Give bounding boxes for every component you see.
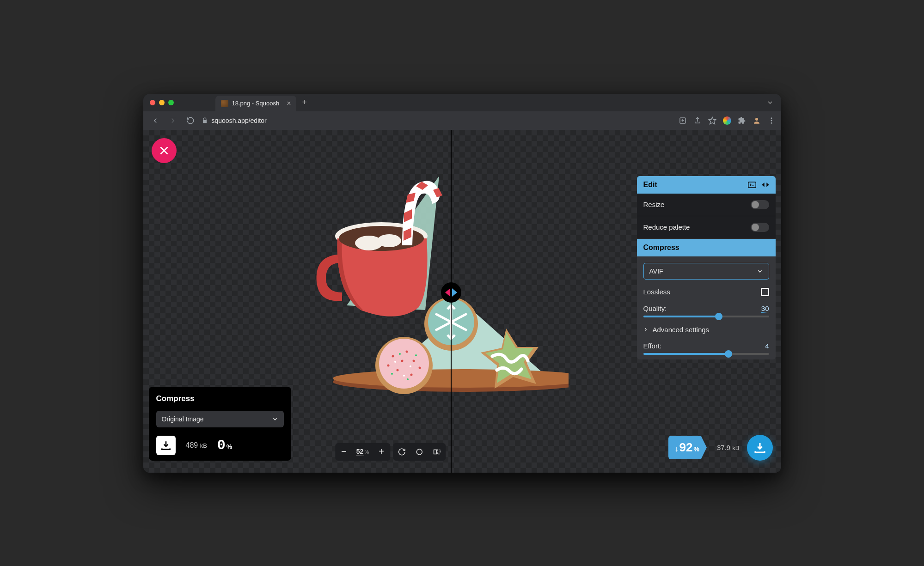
svg-marker-42 — [766, 183, 769, 187]
svg-point-32 — [401, 359, 403, 362]
cli-icon[interactable] — [748, 182, 756, 188]
svg-point-24 — [379, 339, 429, 389]
tabs-overflow-icon[interactable] — [766, 99, 774, 106]
left-panel-heading: Compress — [156, 394, 284, 403]
reduce-palette-label: Reduce palette — [643, 223, 690, 231]
zoom-value[interactable]: 52% — [353, 448, 373, 456]
effort-value[interactable]: 4 — [765, 342, 769, 350]
advanced-label: Advanced settings — [653, 326, 710, 334]
share-icon[interactable] — [693, 116, 702, 125]
url-field[interactable]: squoosh.app/editor — [202, 117, 674, 124]
quality-slider[interactable] — [643, 316, 769, 317]
compare-arrow-right-icon — [452, 288, 457, 297]
download-icon — [160, 439, 172, 451]
quality-row: Quality: 30 — [643, 304, 769, 317]
svg-point-38 — [410, 365, 411, 367]
reduce-palette-row: Reduce palette — [637, 216, 776, 239]
back-button[interactable] — [149, 114, 162, 127]
forward-button[interactable] — [166, 114, 179, 127]
quality-label: Quality: — [643, 304, 667, 313]
new-tab-button[interactable]: + — [302, 97, 307, 107]
menu-icon[interactable] — [767, 116, 776, 125]
right-options-panel: Edit Resize Reduce palette Compress — [637, 176, 776, 359]
edit-heading: Edit — [643, 181, 657, 189]
effort-row: Effort: 4 — [643, 342, 769, 355]
lossless-label: Lossless — [643, 288, 670, 296]
right-format-select[interactable]: AVIF — [643, 263, 769, 280]
tab-title: 18.png - Squoosh — [232, 100, 280, 107]
compare-handle[interactable] — [441, 282, 461, 303]
star-icon[interactable] — [708, 116, 716, 125]
svg-point-34 — [415, 354, 417, 356]
compress-section-header: Compress — [637, 239, 776, 256]
svg-point-36 — [407, 378, 409, 380]
traffic-lights — [150, 100, 174, 105]
reload-button[interactable] — [184, 114, 197, 127]
edit-section-header: Edit — [637, 176, 776, 194]
resize-toggle[interactable] — [751, 200, 769, 209]
close-editor-button[interactable] — [152, 138, 177, 163]
svg-rect-45 — [437, 450, 440, 454]
browser-window: 18.png - Squoosh × + squoosh.app/editor — [143, 94, 781, 473]
right-download-button[interactable] — [747, 435, 773, 461]
svg-rect-40 — [748, 182, 756, 188]
left-format-value: Original Image — [162, 415, 204, 423]
svg-point-4 — [771, 120, 772, 121]
editor-area: Compress Original Image 489 kB 0% Edit — [143, 130, 781, 473]
svg-point-35 — [391, 373, 393, 375]
svg-point-39 — [403, 375, 405, 377]
compare-arrow-left-icon — [445, 288, 450, 297]
window-close-button[interactable] — [150, 100, 155, 105]
browser-tab[interactable]: 18.png - Squoosh × — [215, 96, 297, 111]
svg-point-17 — [377, 234, 401, 247]
lossless-row: Lossless — [643, 288, 769, 296]
preview-image[interactable] — [291, 148, 569, 398]
profile-icon[interactable] — [753, 116, 761, 125]
left-download-button[interactable] — [156, 436, 176, 455]
svg-point-30 — [387, 364, 389, 366]
right-download-area: ↓92% 37.9 kB — [668, 435, 773, 461]
url-text: squoosh.app/editor — [212, 117, 267, 124]
svg-point-27 — [412, 359, 415, 362]
svg-point-5 — [771, 122, 772, 123]
flip-button[interactable] — [428, 443, 446, 461]
resize-label: Resize — [643, 201, 665, 208]
effort-slider[interactable] — [643, 353, 769, 355]
svg-point-28 — [396, 369, 398, 371]
right-format-value: AVIF — [649, 268, 663, 275]
left-filesize: 489 kB — [186, 441, 207, 450]
reduce-palette-toggle[interactable] — [751, 223, 769, 232]
svg-point-26 — [405, 350, 408, 353]
rotate-button[interactable] — [393, 443, 410, 461]
svg-marker-41 — [762, 183, 764, 187]
resize-row: Resize — [637, 194, 776, 216]
lock-icon — [202, 117, 208, 124]
window-minimize-button[interactable] — [159, 100, 165, 105]
extensions-puzzle-icon[interactable] — [738, 116, 746, 125]
svg-point-37 — [394, 361, 396, 363]
lossless-checkbox[interactable] — [761, 288, 769, 296]
svg-point-2 — [755, 118, 758, 121]
extension-icon-1[interactable] — [723, 116, 731, 125]
advanced-settings-toggle[interactable]: Advanced settings — [643, 326, 769, 334]
svg-point-33 — [399, 353, 401, 355]
left-format-select[interactable]: Original Image — [156, 411, 284, 427]
zoom-in-button[interactable]: + — [373, 443, 390, 461]
zoom-toolbar: − 52% + — [335, 443, 446, 461]
background-toggle-button[interactable] — [410, 443, 428, 461]
window-maximize-button[interactable] — [168, 100, 174, 105]
zoom-out-button[interactable]: − — [335, 443, 353, 461]
chevron-right-icon — [643, 327, 648, 332]
tab-close-icon[interactable]: × — [287, 99, 291, 108]
svg-point-29 — [410, 373, 412, 376]
svg-point-43 — [416, 449, 422, 455]
urlbar-actions — [679, 116, 776, 125]
install-icon[interactable] — [679, 116, 687, 125]
chevron-down-icon — [757, 268, 763, 274]
svg-point-31 — [418, 366, 421, 369]
titlebar: 18.png - Squoosh × + — [143, 94, 781, 111]
quality-value[interactable]: 30 — [761, 304, 769, 313]
left-compress-panel: Compress Original Image 489 kB 0% — [149, 387, 291, 461]
svg-marker-1 — [709, 117, 716, 124]
swap-sides-icon[interactable] — [762, 182, 769, 188]
